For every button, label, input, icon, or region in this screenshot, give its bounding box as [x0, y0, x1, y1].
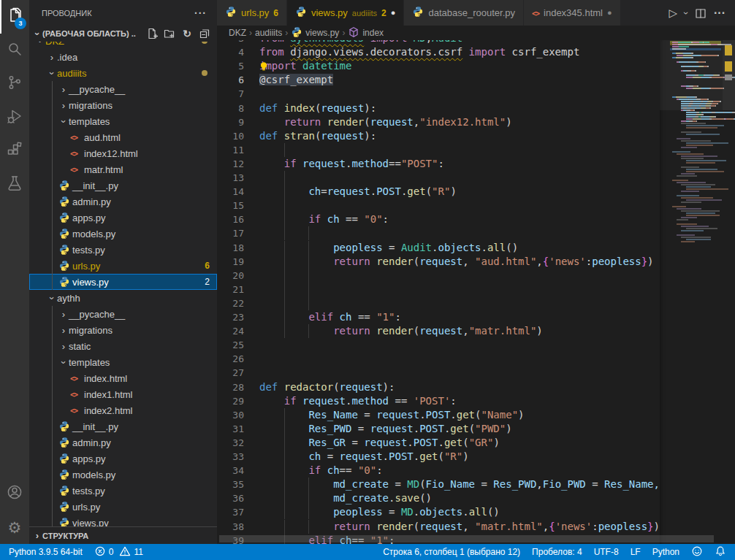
breadcrumb-item-index[interactable]: index — [348, 26, 384, 40]
split-editor-icon[interactable] — [693, 4, 709, 22]
code-editor[interactable]: 3from aythh.models import MD,Audit4from … — [217, 40, 660, 544]
lightbulb-icon[interactable] — [259, 61, 269, 72]
tree-item-aythh[interactable]: ›aythh — [29, 290, 217, 306]
tree-item-migrations[interactable]: ›migrations — [29, 322, 217, 338]
status-cursor-position[interactable]: Строка 6, столбец 1 (выбрано 12) — [383, 547, 520, 557]
code-token: md_create — [259, 478, 389, 490]
new-folder-icon[interactable] — [163, 27, 176, 40]
tree-item-index2-html[interactable]: <>index2.html — [29, 402, 217, 418]
tree-item--idea[interactable]: ›.idea — [29, 49, 217, 65]
minimap[interactable] — [660, 40, 723, 544]
code-token: 'POST' — [414, 395, 451, 407]
activity-explorer-button[interactable]: 3 — [0, 0, 29, 34]
status-bar: Python 3.9.5 64-bit011 Строка 6, столбец… — [0, 544, 735, 560]
status-python-interpreter[interactable]: Python 3.9.5 64-bit — [9, 547, 83, 557]
tree-item-tests-py[interactable]: tests.py — [29, 242, 217, 258]
activity-run-debug-button[interactable] — [0, 101, 29, 134]
status-problems[interactable]: 011 — [94, 545, 143, 559]
overview-ruler[interactable] — [723, 40, 735, 544]
tree-item-label: index12.html — [84, 148, 138, 159]
tree-item-models-py[interactable]: models.py — [29, 467, 217, 483]
tree-item-apps-py[interactable]: apps.py — [29, 210, 217, 226]
chevron-down-icon: › — [681, 12, 691, 15]
tree-item--pycache-[interactable]: ›__pycache__ — [29, 306, 217, 322]
code-token: ): — [364, 102, 376, 114]
code-token: ( — [364, 116, 370, 128]
breadcrumb-item-audiiits[interactable]: audiiits — [255, 28, 282, 38]
activity-testing-button[interactable] — [0, 168, 29, 202]
minimap-line — [672, 123, 706, 124]
collapse-all-icon[interactable] — [198, 27, 211, 40]
tree-item--pycache-[interactable]: ›__pycache__ — [29, 81, 217, 97]
more-actions-icon[interactable]: ··· — [712, 4, 728, 22]
tree-item--init-py[interactable]: __init__.py — [29, 177, 217, 193]
code-token: ( — [462, 437, 468, 448]
status-encoding[interactable]: UTF-8 — [594, 547, 619, 557]
line-number: 17 — [217, 228, 244, 239]
views-more-icon[interactable]: ··· — [194, 7, 207, 19]
code-token: peopless — [598, 521, 647, 532]
activity-settings-button[interactable]: ⚙ — [0, 510, 29, 544]
tree-item-index12-html[interactable]: <>index12.html — [29, 145, 217, 161]
run-icon[interactable]: ▷ — [666, 4, 679, 22]
status-language-mode[interactable]: Python — [652, 547, 679, 557]
tree-item-templates[interactable]: ›templates — [29, 113, 217, 129]
refresh-icon[interactable]: ↻ — [180, 27, 194, 40]
outline-section-header[interactable]: › СТРУКТУРА — [29, 526, 217, 544]
tree-item-views-py[interactable]: views.py2 — [29, 274, 217, 290]
account-icon — [6, 483, 23, 504]
tree-item-urls-py[interactable]: urls.py6 — [29, 258, 217, 274]
indent-guide — [284, 226, 285, 240]
tree-item-apps-py[interactable]: apps.py — [29, 450, 217, 467]
tree-item-urls-py[interactable]: urls.py — [29, 499, 217, 515]
tree-item-static[interactable]: ›static — [29, 338, 217, 354]
tab-urls-py[interactable]: urls.py6 — [217, 0, 287, 26]
breadcrumb-item-views-py[interactable]: views.py — [291, 26, 339, 40]
horizontal-scrollbar[interactable] — [219, 535, 714, 542]
code-token: method — [351, 395, 389, 407]
minimap-line — [672, 226, 709, 227]
code-token: "0" — [364, 213, 382, 225]
code-token: get — [407, 185, 425, 197]
tree-item-templates[interactable]: ›templates — [29, 354, 217, 370]
tree-item-views-py[interactable]: views.py — [29, 515, 217, 527]
activity-account-button[interactable] — [0, 477, 29, 510]
tree-item-index1-html[interactable]: <>index1.html — [29, 386, 217, 402]
activity-search-button[interactable] — [0, 34, 29, 67]
line-number: 35 — [217, 479, 244, 490]
tree-item-admin-py[interactable]: admin.py — [29, 193, 217, 210]
tree-item-label: aud.html — [84, 132, 121, 143]
tab-database-roouter-py[interactable]: database_roouter.py — [404, 0, 524, 26]
run-dropdown-icon[interactable]: › — [682, 4, 690, 22]
tree-item-models-py[interactable]: models.py — [29, 226, 217, 242]
tree-item--init-py[interactable]: __init__.py — [29, 418, 217, 434]
code-line: return render(request, "aud.html",{'news… — [259, 255, 654, 269]
activity-badge: 3 — [15, 18, 26, 29]
tree-item-aud-html[interactable]: <>aud.html — [29, 129, 217, 145]
tree-item-audiiits[interactable]: ›audiiits — [29, 65, 217, 81]
chevron-down-icon: › — [32, 28, 43, 39]
activity-source-control-button[interactable] — [0, 67, 29, 101]
status-notifications[interactable] — [715, 545, 726, 559]
code-line: Res_GR = request.POST.get("GR") — [259, 436, 500, 450]
activity-extensions-button[interactable] — [0, 134, 29, 168]
tree-indent-guide — [52, 226, 53, 242]
workspace-section-header[interactable]: › (РАБОЧАЯ ОБЛАСТЬ) ... ↻ — [29, 26, 217, 42]
tree-item-tests-py[interactable]: tests.py — [29, 483, 217, 499]
tree-item-admin-py[interactable]: admin.py — [29, 434, 217, 450]
tab-index345-html[interactable]: <>index345.html● — [524, 0, 621, 26]
code-token: . — [450, 409, 456, 421]
status-feedback[interactable] — [691, 545, 703, 559]
code-token: django.views.decorators.csrf — [290, 46, 462, 58]
tree-item-matr-html[interactable]: <>matr.html — [29, 161, 217, 177]
new-file-icon[interactable] — [145, 27, 159, 40]
tree-item-index-html[interactable]: <>index.html — [29, 370, 217, 386]
code-token: == — [340, 464, 358, 476]
tab-views-py[interactable]: views.pyaudiiits2● — [287, 0, 404, 26]
code-token: == — [340, 213, 365, 225]
breadcrumb-item-dkz[interactable]: DKZ — [229, 28, 246, 38]
tree-item-migrations[interactable]: ›migrations — [29, 97, 217, 113]
status-eol[interactable]: LF — [631, 547, 641, 557]
status-indentation[interactable]: Пробелов: 4 — [532, 547, 582, 557]
code-token: ( — [438, 450, 444, 462]
